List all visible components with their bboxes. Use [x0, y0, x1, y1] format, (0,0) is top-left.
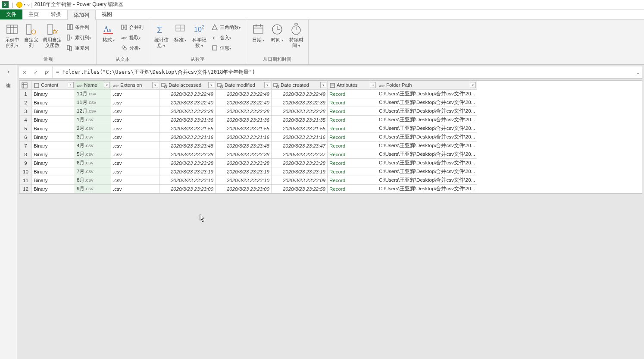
cell-attributes[interactable]: Record	[328, 133, 377, 142]
filter-folder-icon[interactable]: ▾	[470, 82, 476, 88]
cell-attributes[interactable]: Record	[328, 98, 377, 107]
cell-name[interactable]: 8月.csv	[75, 176, 111, 185]
cell-folder-path[interactable]: C:\Users\王亚辉\Desktop\合并csv文件\20...	[377, 159, 477, 167]
column-header-folder-path[interactable]: ABCFolder Path▾	[377, 81, 477, 90]
cell-content[interactable]: Binary	[32, 159, 75, 167]
column-header-attributes[interactable]: Attributes↔	[328, 81, 377, 90]
cell-content[interactable]: Binary	[32, 98, 75, 107]
cell-date-modified[interactable]: 2020/3/23 23:23:48	[216, 142, 272, 150]
cell-date-modified[interactable]: 2020/3/23 23:23:00	[216, 185, 272, 193]
select-all-corner[interactable]	[20, 81, 32, 90]
cell-attributes[interactable]: Record	[328, 185, 377, 193]
cell-attributes[interactable]: Record	[328, 142, 377, 150]
smiley-icon[interactable]	[16, 1, 23, 9]
cell-extension[interactable]: .csv	[111, 133, 159, 142]
trig-button[interactable]: 三角函数	[209, 22, 242, 32]
cell-folder-path[interactable]: C:\Users\王亚辉\Desktop\合并csv文件\20...	[377, 98, 477, 107]
table-row[interactable]: 5Binary2月.csv.csv2020/3/23 23:21:552020/…	[20, 124, 477, 133]
cell-content[interactable]: Binary	[32, 90, 75, 98]
cell-date-created[interactable]: 2020/3/23 23:22:39	[272, 98, 328, 107]
conditional-column-button[interactable]: 条件列	[65, 22, 93, 32]
cell-content[interactable]: Binary	[32, 107, 75, 116]
parse-button[interactable]: 分析	[119, 43, 145, 53]
table-row[interactable]: 2Binary11月.csv.csv2020/3/23 23:22:402020…	[20, 98, 477, 107]
cell-attributes[interactable]: Record	[328, 159, 377, 167]
cell-date-created[interactable]: 2020/3/23 23:21:35	[272, 116, 328, 124]
row-number[interactable]: 10	[20, 167, 32, 176]
cell-date-modified[interactable]: 2020/3/23 23:22:40	[216, 98, 272, 107]
table-row[interactable]: 12Binary9月.csv.csv2020/3/23 23:23:002020…	[20, 185, 477, 193]
column-header-content[interactable]: Content↕	[32, 81, 75, 90]
cell-date-created[interactable]: 2020/3/23 23:21:16	[272, 133, 328, 142]
fx-icon[interactable]: fx	[41, 66, 53, 78]
rounding-button[interactable]: .0舍入	[209, 33, 242, 42]
table-row[interactable]: 7Binary4月.csv.csv2020/3/23 23:23:482020/…	[20, 142, 477, 150]
cell-folder-path[interactable]: C:\Users\王亚辉\Desktop\合并csv文件\20...	[377, 124, 477, 133]
table-row[interactable]: 1Binary10月.csv.csv2020/3/23 23:22:492020…	[20, 90, 477, 98]
filter-modified-icon[interactable]: ▾	[264, 82, 270, 88]
cell-name[interactable]: 3月.csv	[75, 133, 111, 142]
cell-content[interactable]: Binary	[32, 150, 75, 159]
cell-attributes[interactable]: Record	[328, 107, 377, 116]
cell-name[interactable]: 11月.csv	[75, 98, 111, 107]
cell-date-accessed[interactable]: 2020/3/23 23:23:19	[159, 167, 216, 176]
cell-name[interactable]: 12月.csv	[75, 107, 111, 116]
cell-name[interactable]: 2月.csv	[75, 124, 111, 133]
cell-date-created[interactable]: 2020/3/23 23:23:47	[272, 142, 328, 150]
row-number[interactable]: 4	[20, 116, 32, 124]
cell-date-accessed[interactable]: 2020/3/23 23:23:48	[159, 142, 216, 150]
tab-add-column[interactable]: 添加列	[67, 10, 96, 20]
cell-name[interactable]: 10月.csv	[75, 90, 111, 98]
cell-content[interactable]: Binary	[32, 133, 75, 142]
cell-date-accessed[interactable]: 2020/3/23 23:22:40	[159, 98, 216, 107]
custom-column-button[interactable]: 自定义列	[22, 22, 41, 48]
row-number[interactable]: 6	[20, 133, 32, 142]
accept-formula-button[interactable]: ✓	[30, 66, 41, 78]
cell-date-created[interactable]: 2020/3/23 23:21:55	[272, 124, 328, 133]
cell-date-accessed[interactable]: 2020/3/23 23:23:28	[159, 159, 216, 167]
table-row[interactable]: 9Binary6月.csv.csv2020/3/23 23:23:282020/…	[20, 159, 477, 167]
cell-date-created[interactable]: 2020/3/23 23:22:59	[272, 185, 328, 193]
row-number[interactable]: 8	[20, 150, 32, 159]
filter-created-icon[interactable]: ▾	[320, 82, 326, 88]
filter-extension-icon[interactable]: ▾	[152, 82, 158, 88]
row-number[interactable]: 1	[20, 90, 32, 98]
cell-content[interactable]: Binary	[32, 167, 75, 176]
cell-date-created[interactable]: 2020/3/23 23:22:28	[272, 107, 328, 116]
tab-home[interactable]: 主页	[22, 9, 45, 19]
cell-date-created[interactable]: 2020/3/23 23:22:49	[272, 90, 328, 98]
cell-name[interactable]: 9月.csv	[75, 185, 111, 193]
invoke-custom-function-button[interactable]: fx 调用自定义函数	[41, 22, 64, 48]
cell-date-created[interactable]: 2020/3/23 23:23:19	[272, 167, 328, 176]
row-number[interactable]: 3	[20, 107, 32, 116]
filter-name-icon[interactable]: ▾	[104, 82, 110, 88]
cell-extension[interactable]: .csv	[111, 107, 159, 116]
cell-extension[interactable]: .csv	[111, 167, 159, 176]
table-row[interactable]: 6Binary3月.csv.csv2020/3/23 23:21:162020/…	[20, 133, 477, 142]
row-number[interactable]: 5	[20, 124, 32, 133]
cell-name[interactable]: 6月.csv	[75, 159, 111, 167]
cell-content[interactable]: Binary	[32, 185, 75, 193]
row-number[interactable]: 12	[20, 185, 32, 193]
table-row[interactable]: 4Binary1月.csv.csv2020/3/23 23:21:362020/…	[20, 116, 477, 124]
cell-name[interactable]: 7月.csv	[75, 167, 111, 176]
column-from-examples-button[interactable]: 示例中的列	[3, 22, 22, 49]
tab-view[interactable]: 视图	[96, 9, 118, 19]
row-number[interactable]: 2	[20, 98, 32, 107]
column-header-date-accessed[interactable]: Date accessed▾	[159, 81, 216, 90]
cell-date-accessed[interactable]: 2020/3/23 23:23:10	[159, 176, 216, 185]
cell-extension[interactable]: .csv	[111, 116, 159, 124]
cell-attributes[interactable]: Record	[328, 90, 377, 98]
table-row[interactable]: 8Binary5月.csv.csv2020/3/23 23:23:382020/…	[20, 150, 477, 159]
cell-attributes[interactable]: Record	[328, 116, 377, 124]
cell-extension[interactable]: .csv	[111, 150, 159, 159]
qat-dropdown-icon[interactable]: ▾	[24, 3, 25, 6]
information-button[interactable]: 信息	[209, 43, 242, 53]
column-header-date-modified[interactable]: Date modified▾	[216, 81, 272, 90]
cell-content[interactable]: Binary	[32, 176, 75, 185]
cell-folder-path[interactable]: C:\Users\王亚辉\Desktop\合并csv文件\20...	[377, 150, 477, 159]
cell-date-modified[interactable]: 2020/3/23 23:23:28	[216, 159, 272, 167]
expand-pane-icon[interactable]: ›	[7, 68, 9, 75]
duration-button[interactable]: 持续时间	[287, 22, 306, 49]
cell-folder-path[interactable]: C:\Users\王亚辉\Desktop\合并csv文件\20...	[377, 133, 477, 142]
